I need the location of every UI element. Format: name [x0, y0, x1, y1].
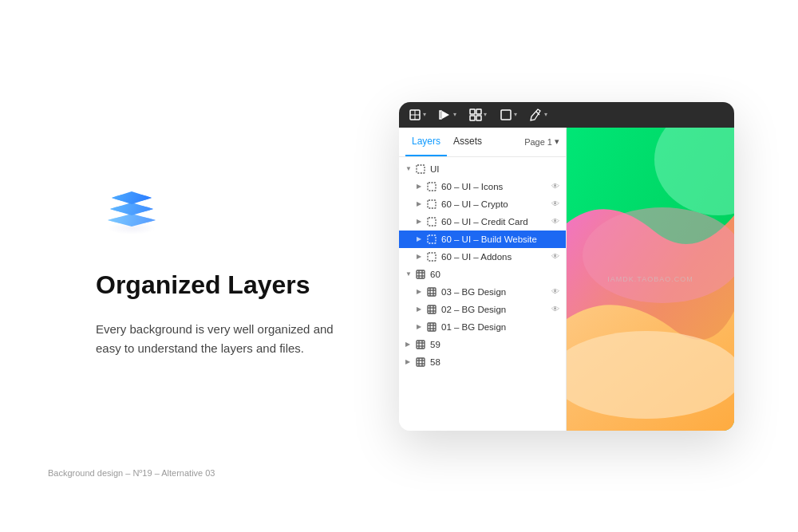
layer-60-group[interactable]: ▼ 60: [399, 266, 566, 283]
svg-rect-43: [417, 358, 425, 366]
left-panel: Organized Layers Every background is ver…: [48, 142, 383, 389]
align-tool[interactable]: ▾: [469, 108, 487, 121]
svg-marker-4: [442, 111, 449, 119]
svg-rect-16: [428, 235, 436, 243]
eye-icon: 👁: [551, 199, 559, 208]
layer-ui-group[interactable]: ▼ UI: [399, 160, 566, 178]
frame-hash-icon: [415, 269, 426, 280]
layers-list: ▼ UI ▶: [399, 157, 566, 431]
layer-icons[interactable]: ▶ 60 – UI – Icons 👁: [399, 178, 566, 195]
svg-rect-7: [476, 109, 481, 114]
eye-icon: 👁: [551, 287, 559, 296]
watermark: IAMDK.TAOBAO.COM: [607, 275, 693, 283]
svg-rect-14: [428, 200, 436, 208]
footer-note: Background design – Nº19 – Alternative 0…: [48, 468, 215, 478]
frame-hash-icon: [426, 321, 437, 333]
svg-rect-38: [417, 341, 425, 349]
frame-dashed-icon: [426, 181, 437, 192]
svg-rect-8: [470, 116, 475, 120]
frame-tool[interactable]: ▾: [409, 108, 426, 121]
figma-body: Layers Assets Page 1 ▾ ▼: [399, 128, 734, 431]
tab-layers[interactable]: Layers: [405, 128, 447, 156]
logo-icon: [96, 174, 168, 246]
frame-hash-icon: [415, 339, 426, 350]
svg-rect-15: [428, 218, 436, 226]
layers-tabs: Layers Assets Page 1 ▾: [399, 128, 566, 157]
eye-icon: 👁: [551, 252, 559, 261]
layer-59-group[interactable]: ▶ 59: [399, 336, 566, 353]
page-selector[interactable]: Page 1 ▾: [524, 128, 559, 156]
frame-dashed-icon: [426, 199, 437, 210]
frame-dashed-icon: [426, 216, 437, 227]
layer-creditcard[interactable]: ▶ 60 – UI – Credit Card 👁: [399, 213, 566, 231]
svg-rect-5: [440, 111, 441, 119]
svg-rect-28: [428, 305, 436, 313]
svg-rect-9: [476, 116, 481, 120]
layer-bgdesign02[interactable]: ▶ 02 – BG Design 👁: [399, 301, 566, 318]
frame-dashed-icon: [426, 251, 437, 262]
figma-window: ▾ ▾ ▾ ▾: [399, 102, 734, 431]
svg-rect-17: [428, 253, 436, 261]
main-heading: Organized Layers: [96, 270, 335, 300]
eye-icon: 👁: [551, 305, 559, 313]
svg-rect-13: [428, 183, 436, 191]
frame-hash-icon: [426, 286, 437, 298]
pen-tool[interactable]: ▾: [530, 108, 547, 121]
svg-rect-18: [417, 270, 425, 278]
right-panel: ▾ ▾ ▾ ▾: [399, 102, 750, 431]
svg-rect-33: [428, 323, 436, 331]
eye-icon: 👁: [551, 217, 559, 226]
shape-tool[interactable]: ▾: [500, 108, 517, 121]
svg-rect-6: [470, 109, 475, 114]
svg-rect-23: [428, 288, 436, 296]
figma-toolbar: ▾ ▾ ▾ ▾: [399, 102, 734, 128]
tab-assets[interactable]: Assets: [447, 128, 488, 156]
layer-crypto[interactable]: ▶ 60 – UI – Crypto 👁: [399, 195, 566, 213]
eye-icon: 👁: [551, 182, 559, 191]
canvas-preview: IAMDK.TAOBAO.COM: [567, 128, 734, 431]
frame-dashed-icon: [426, 234, 437, 245]
layer-bgdesign01[interactable]: ▶ 01 – BG Design: [399, 318, 566, 336]
svg-rect-12: [417, 165, 425, 173]
description-text: Every background is very well organized …: [96, 320, 335, 358]
svg-rect-10: [501, 110, 511, 120]
frame-hash-icon: [415, 357, 426, 368]
page-container: Organized Layers Every background is ver…: [0, 0, 798, 532]
play-tool[interactable]: ▾: [439, 108, 456, 121]
layer-bgdesign03[interactable]: ▶ 03 – BG Design 👁: [399, 283, 566, 301]
svg-point-51: [567, 331, 734, 419]
layer-addons[interactable]: ▶ 60 – UI – Addons 👁: [399, 248, 566, 266]
layer-58-group[interactable]: ▶ 58: [399, 353, 566, 371]
layer-buildwebsite[interactable]: ▶ 60 – UI – Build Website: [399, 231, 566, 248]
frame-dashed-icon: [415, 164, 426, 175]
layers-panel: Layers Assets Page 1 ▾ ▼: [399, 128, 567, 431]
frame-hash-icon: [426, 304, 437, 315]
